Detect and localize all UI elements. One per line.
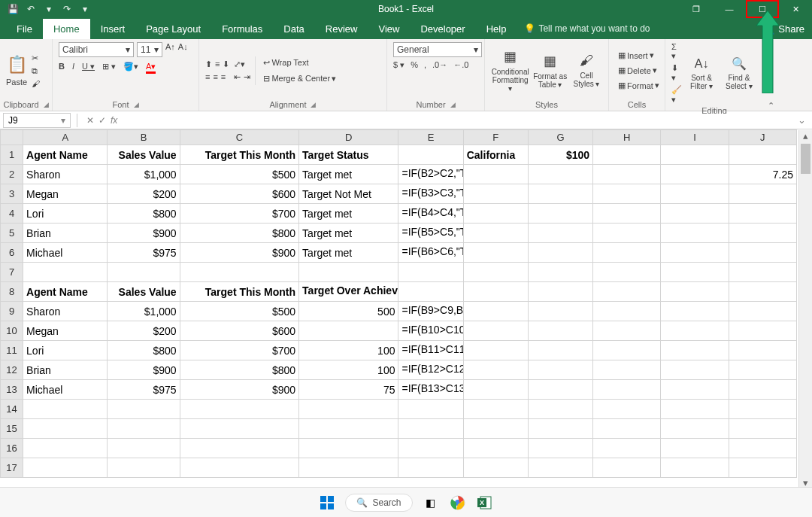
cell-H10[interactable] [593,321,661,341]
cell-D4[interactable]: Target met [299,204,398,224]
cell-F6[interactable] [463,243,528,263]
cell-D15[interactable] [299,419,398,439]
cell-I16[interactable] [661,439,729,458]
column-header-E[interactable]: E [398,130,463,145]
tab-developer[interactable]: Developer [410,19,475,39]
align-top-icon[interactable]: ⬆ [205,59,212,69]
cell-I7[interactable] [661,263,729,282]
cell-H11[interactable] [593,341,661,360]
format-cells-button[interactable]: ▦ Format ▾ [615,79,662,92]
clear-icon[interactable]: 🧹▾ [671,85,682,105]
cell-I13[interactable] [661,380,729,400]
cell-H12[interactable] [593,360,661,380]
cell-C1[interactable]: Target This Month [180,145,298,165]
cell-B13[interactable]: $975 [108,380,180,400]
cell-E6[interactable]: =IF(B6>C6,"Target met","Target Not Met") [398,243,463,263]
row-header-1[interactable]: 1 [1,145,23,165]
align-middle-icon[interactable]: ≡ [215,59,220,69]
wrap-text-button[interactable]: ↩Wrap Text [260,56,339,69]
number-format-dropdown[interactable]: General▾ [393,42,482,57]
cell-E9[interactable]: =IF(B9>C9,B9-C9,"") [398,302,463,321]
cell-A15[interactable] [23,419,108,439]
cell-G15[interactable] [528,419,592,439]
redo-icon[interactable]: ↷ [60,2,74,16]
cell-G17[interactable] [528,458,592,478]
cell-D2[interactable]: Target met [299,165,398,184]
column-header-D[interactable]: D [299,130,398,145]
task-view-icon[interactable]: ◧ [422,494,440,512]
format-painter-icon[interactable]: 🖌 [32,79,40,88]
vertical-scrollbar[interactable]: ▴ ▾ [798,130,812,488]
cell-F12[interactable] [463,360,528,380]
minimize-button[interactable]: — [713,0,746,18]
cell-B16[interactable] [108,439,180,458]
sort-filter-button[interactable]: A↓Sort & Filter ▾ [685,57,717,90]
column-header-J[interactable]: J [729,130,796,145]
decrease-font-icon[interactable]: A↓ [178,42,188,57]
row-header-10[interactable]: 10 [1,321,23,341]
cell-J17[interactable] [729,458,796,478]
cell-H15[interactable] [593,419,661,439]
italic-button[interactable]: I [72,62,74,74]
cell-B1[interactable]: Sales Value [108,145,180,165]
cell-I4[interactable] [661,204,729,224]
dialog-launcher-icon[interactable]: ◢ [450,101,456,108]
cell-J14[interactable] [729,400,796,419]
cell-B12[interactable]: $900 [108,360,180,380]
tab-page-layout[interactable]: Page Layout [135,19,211,39]
cell-C6[interactable]: $900 [180,243,298,263]
cell-B4[interactable]: $800 [108,204,180,224]
formula-input[interactable] [123,114,792,127]
align-left-icon[interactable]: ≡ [205,72,210,81]
cell-C17[interactable] [180,458,298,478]
cell-A8[interactable]: Agent Name [23,282,108,302]
find-select-button[interactable]: 🔍Find & Select ▾ [721,56,757,90]
cell-I11[interactable] [661,341,729,360]
delete-cells-button[interactable]: ▦ Delete ▾ [615,64,662,77]
cell-G7[interactable] [528,263,592,282]
cell-G16[interactable] [528,439,592,458]
fill-color-icon[interactable]: 🪣▾ [123,62,138,74]
cell-J15[interactable] [729,419,796,439]
cell-B2[interactable]: $1,000 [108,165,180,184]
spreadsheet-grid[interactable]: ABCDEFGHIJ 1Agent NameSales ValueTarget … [0,129,812,488]
cell-E1[interactable] [398,145,463,165]
cell-G1[interactable]: $100 [528,145,592,165]
cell-A6[interactable]: Michael [23,243,108,263]
cell-D1[interactable]: Target Status [299,145,398,165]
cell-F13[interactable] [463,380,528,400]
row-header-17[interactable]: 17 [1,458,23,478]
row-header-12[interactable]: 12 [1,360,23,380]
cell-J8[interactable] [729,282,796,302]
name-box[interactable]: J9▾ [3,113,71,128]
cell-G4[interactable] [528,204,592,224]
cell-C13[interactable]: $900 [180,380,298,400]
cell-A7[interactable] [23,263,108,282]
row-header-9[interactable]: 9 [1,302,23,321]
taskbar-search[interactable]: 🔍Search [345,494,412,512]
expand-formula-bar-icon[interactable]: ⌄ [792,114,812,126]
insert-cells-button[interactable]: ▦ Insert ▾ [615,49,662,62]
cell-H7[interactable] [593,263,661,282]
cell-E10[interactable]: =IF(B10>C10,B10-C10,"") [398,321,463,341]
tab-data[interactable]: Data [273,19,314,39]
cell-B17[interactable] [108,458,180,478]
underline-button[interactable]: U ▾ [82,62,95,74]
row-header-2[interactable]: 2 [1,165,23,184]
column-header-B[interactable]: B [108,130,180,145]
cell-A10[interactable]: Megan [23,321,108,341]
cell-F4[interactable] [463,204,528,224]
cell-J4[interactable] [729,204,796,224]
dialog-launcher-icon[interactable]: ◢ [44,101,49,108]
cell-J10[interactable] [729,321,796,341]
cell-A1[interactable]: Agent Name [23,145,108,165]
cell-F11[interactable] [463,341,528,360]
merge-center-button[interactable]: ⊟Merge & Center ▾ [260,72,339,85]
row-header-16[interactable]: 16 [1,439,23,458]
cell-A12[interactable]: Brian [23,360,108,380]
cell-D8[interactable]: Target Over Achieved [299,282,398,302]
align-right-icon[interactable]: ≡ [221,72,226,81]
tell-me-box[interactable]: 💡 Tell me what you want to do [524,23,650,34]
cell-F2[interactable] [463,165,528,184]
start-button[interactable] [318,494,336,512]
